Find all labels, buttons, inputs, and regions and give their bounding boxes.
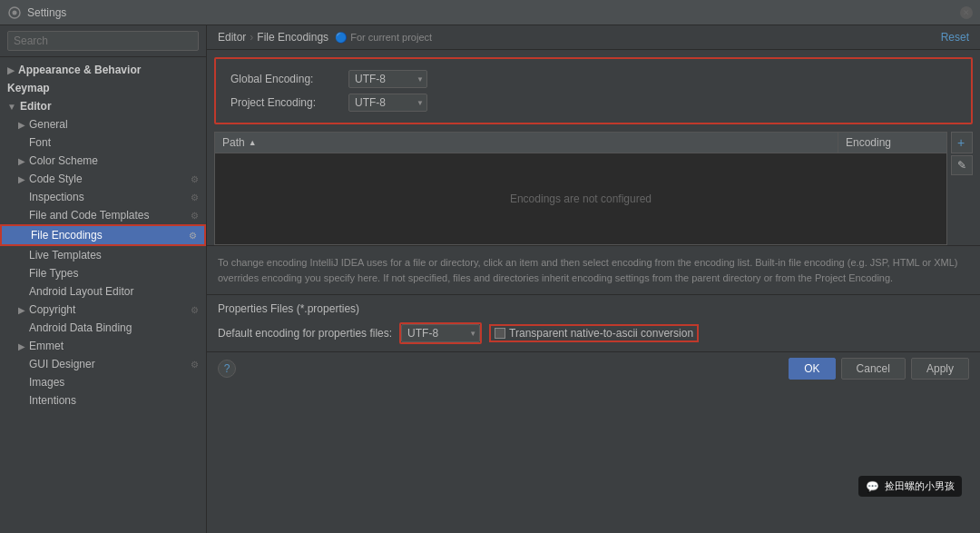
- apply-button[interactable]: Apply: [911, 358, 969, 380]
- properties-row: Default encoding for properties files: U…: [218, 322, 969, 344]
- encodings-table: Path ▲ Encoding Encodings are not config…: [214, 132, 947, 245]
- search-input[interactable]: [7, 31, 199, 51]
- table-side-buttons: + ✎: [951, 132, 973, 245]
- main-content: ▶ Appearance & Behavior Keymap ▼ Editor …: [0, 25, 980, 533]
- sidebar-label-android-layout: Android Layout Editor: [29, 285, 133, 298]
- sidebar-item-general[interactable]: ▶ General: [0, 115, 206, 133]
- breadcrumb: Editor › File Encodings 🔵 For current pr…: [218, 31, 432, 44]
- cancel-button[interactable]: Cancel: [841, 358, 906, 380]
- edit-encoding-button[interactable]: ✎: [951, 155, 973, 175]
- watermark-text: 捡田螺的小男孩: [885, 479, 955, 493]
- sidebar: ▶ Appearance & Behavior Keymap ▼ Editor …: [0, 25, 207, 533]
- encoding-column-header: Encoding: [838, 133, 946, 153]
- sidebar-label-color-scheme: Color Scheme: [29, 154, 98, 167]
- global-encoding-select[interactable]: UTF-8 UTF-16 ISO-8859-1: [348, 70, 427, 88]
- code-style-icon: ⚙: [191, 174, 199, 184]
- expand-arrow-copyright: ▶: [18, 305, 25, 315]
- global-encoding-row: Global Encoding: UTF-8 UTF-16 ISO-8859-1: [230, 70, 956, 88]
- path-column-header: Path ▲: [215, 133, 838, 153]
- sidebar-item-file-encodings[interactable]: File Encodings ⚙: [0, 224, 206, 246]
- sidebar-label-general: General: [29, 118, 68, 131]
- sidebar-label-gui-designer: GUI Designer: [29, 358, 95, 370]
- sidebar-label-editor: Editor: [20, 100, 52, 113]
- sidebar-item-color-scheme[interactable]: ▶ Color Scheme: [0, 152, 206, 170]
- properties-section-label: Properties Files (*.properties): [218, 302, 969, 315]
- breadcrumb-editor: Editor: [218, 31, 246, 44]
- table-empty-message: Encodings are not configured: [215, 153, 946, 244]
- transparent-checkbox-wrapper: Transparent native-to-ascii conversion: [489, 324, 699, 342]
- sidebar-item-android-data-binding[interactable]: Android Data Binding: [0, 319, 206, 337]
- sidebar-label-emmet: Emmet: [29, 340, 64, 352]
- sidebar-item-file-types[interactable]: File Types: [0, 264, 206, 282]
- file-encodings-icon: ⚙: [189, 231, 197, 241]
- breadcrumb-sep: ›: [250, 31, 253, 44]
- breadcrumb-scope: 🔵 For current project: [332, 32, 432, 44]
- properties-encoding-wrapper: UTF-8 UTF-16 ISO-8859-1: [399, 322, 482, 344]
- description-area: To change encoding IntelliJ IDEA uses fo…: [207, 245, 980, 294]
- sidebar-item-keymap[interactable]: Keymap: [0, 79, 206, 97]
- properties-section: Properties Files (*.properties) Default …: [207, 294, 980, 351]
- watermark-icon: 💬: [866, 480, 879, 493]
- search-box: [0, 25, 206, 57]
- sidebar-label-live-templates: Live Templates: [29, 249, 102, 262]
- encodings-table-wrapper: Path ▲ Encoding Encodings are not config…: [214, 132, 973, 245]
- footer-buttons: OK Cancel Apply: [789, 358, 969, 380]
- reset-link[interactable]: Reset: [941, 31, 969, 44]
- sidebar-item-font[interactable]: Font: [0, 133, 206, 152]
- project-encoding-select-wrapper: UTF-8 UTF-16 ISO-8859-1: [348, 94, 427, 112]
- sidebar-label-intentions: Intentions: [29, 394, 76, 407]
- window-title: Settings: [27, 6, 66, 19]
- gui-designer-icon: ⚙: [191, 360, 199, 370]
- default-encoding-label: Default encoding for properties files:: [218, 327, 392, 340]
- dialog-footer: ? OK Cancel Apply: [207, 351, 980, 385]
- sidebar-label-file-code-templates: File and Code Templates: [29, 209, 150, 222]
- sidebar-item-images[interactable]: Images: [0, 373, 206, 391]
- sidebar-item-live-templates[interactable]: Live Templates: [0, 246, 206, 264]
- expand-arrow-emmet: ▶: [18, 341, 25, 351]
- sidebar-item-intentions[interactable]: Intentions: [0, 391, 206, 410]
- sidebar-label-images: Images: [29, 376, 64, 389]
- properties-encoding-select-wrapper: UTF-8 UTF-16 ISO-8859-1: [401, 324, 480, 342]
- help-button[interactable]: ?: [218, 360, 236, 378]
- sidebar-item-inspections[interactable]: Inspections ⚙: [0, 188, 206, 206]
- sidebar-label-file-encodings: File Encodings: [31, 229, 103, 242]
- file-code-templates-icon: ⚙: [191, 211, 199, 221]
- sidebar-label-inspections: Inspections: [29, 191, 84, 203]
- encoding-config: Global Encoding: UTF-8 UTF-16 ISO-8859-1…: [214, 57, 973, 124]
- table-header: Path ▲ Encoding: [215, 133, 946, 153]
- expand-arrow-color: ▶: [18, 156, 25, 166]
- sidebar-item-editor[interactable]: ▼ Editor: [0, 97, 206, 115]
- sidebar-label-appearance: Appearance & Behavior: [18, 64, 141, 76]
- sidebar-item-copyright[interactable]: ▶ Copyright ⚙: [0, 301, 206, 319]
- sidebar-label-file-types: File Types: [29, 267, 78, 280]
- breadcrumb-bar: Editor › File Encodings 🔵 For current pr…: [207, 25, 980, 50]
- settings-icon: [7, 5, 22, 20]
- properties-encoding-select[interactable]: UTF-8 UTF-16 ISO-8859-1: [401, 324, 480, 342]
- sidebar-item-android-layout[interactable]: Android Layout Editor: [0, 282, 206, 301]
- sidebar-tree: ▶ Appearance & Behavior Keymap ▼ Editor …: [0, 57, 206, 533]
- watermark: 💬 捡田螺的小男孩: [858, 476, 962, 497]
- sidebar-label-font: Font: [29, 136, 51, 149]
- sidebar-label-android-data-binding: Android Data Binding: [29, 321, 132, 334]
- ok-button[interactable]: OK: [789, 358, 835, 380]
- sidebar-item-emmet[interactable]: ▶ Emmet: [0, 337, 206, 355]
- sidebar-item-code-style[interactable]: ▶ Code Style ⚙: [0, 170, 206, 188]
- window-controls: ✕: [960, 6, 973, 19]
- expand-arrow-general: ▶: [18, 120, 25, 130]
- project-encoding-row: Project Encoding: UTF-8 UTF-16 ISO-8859-…: [230, 94, 956, 112]
- close-button[interactable]: ✕: [960, 6, 973, 19]
- sort-asc-icon: ▲: [249, 138, 257, 147]
- inspections-icon: ⚙: [191, 192, 199, 202]
- sidebar-label-copyright: Copyright: [29, 303, 75, 316]
- sidebar-item-appearance[interactable]: ▶ Appearance & Behavior: [0, 61, 206, 79]
- transparent-checkbox[interactable]: [495, 328, 505, 339]
- sidebar-item-gui-designer[interactable]: GUI Designer ⚙: [0, 355, 206, 373]
- sidebar-label-code-style: Code Style: [29, 173, 83, 185]
- sidebar-item-file-code-templates[interactable]: File and Code Templates ⚙: [0, 206, 206, 224]
- svg-point-1: [13, 10, 17, 15]
- global-encoding-select-wrapper: UTF-8 UTF-16 ISO-8859-1: [348, 70, 427, 88]
- add-encoding-button[interactable]: +: [951, 132, 973, 153]
- project-encoding-select[interactable]: UTF-8 UTF-16 ISO-8859-1: [348, 94, 427, 112]
- title-bar: Settings ✕: [0, 0, 980, 25]
- global-encoding-label: Global Encoding:: [230, 73, 348, 85]
